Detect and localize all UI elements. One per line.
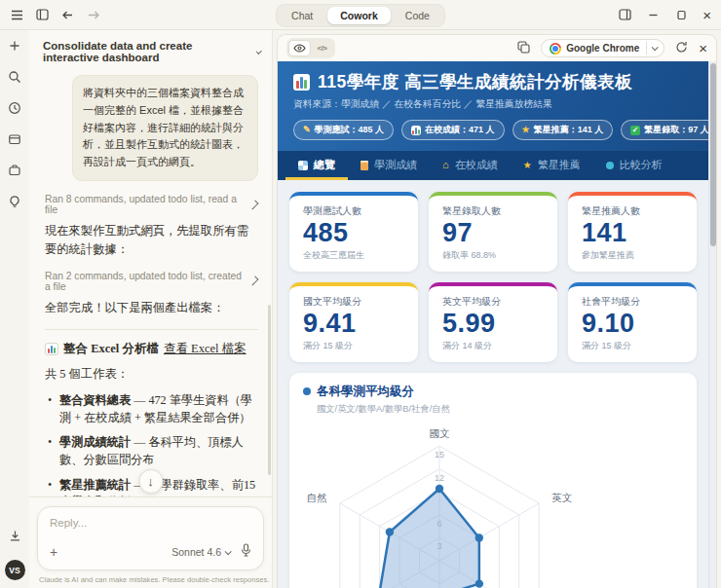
chevron-right-icon xyxy=(249,200,259,209)
stat-card-exam: 學測應試人數 485 全校高三應屆生 xyxy=(289,192,418,272)
preview-eye-icon[interactable] xyxy=(288,40,311,56)
summary-pills: ✎學測應試：485 人 在校成績：471 人 ★繁星推薦：141 人 ✓繁星錄取… xyxy=(293,120,693,140)
reply-input[interactable]: Reply... xyxy=(50,517,251,529)
forward-arrow-icon[interactable] xyxy=(86,8,99,21)
pill-admit-count: ✓繁星錄取：97 人 ( 68.8% ) xyxy=(621,120,716,140)
chat-messages[interactable]: 將資料夾中的三個檔案資料整合成一個完整的 Excel 檔，並根據整合好檔案內容，… xyxy=(29,67,272,496)
pill-divider xyxy=(646,42,647,55)
browser-selector[interactable]: Google Chrome xyxy=(541,39,664,57)
message-divider xyxy=(45,329,258,330)
tab-cowork[interactable]: Cowork xyxy=(327,7,391,24)
worksheets-intro: 共 5 個工作表： xyxy=(45,365,258,383)
svg-text:15: 15 xyxy=(435,450,444,459)
tool-call-text: Ran 8 commands, updated todo list, read … xyxy=(45,194,245,215)
browser-name: Google Chrome xyxy=(566,43,639,54)
excel-chart-icon xyxy=(45,343,58,355)
panel-right-icon[interactable] xyxy=(618,8,631,21)
dash-tab-compare[interactable]: 比較分析 xyxy=(593,151,675,180)
copy-page-icon[interactable] xyxy=(517,40,530,57)
composer-area: Reply... + Sonnet 4.6 Claude is AI and c… xyxy=(29,496,272,588)
dash-tab-overview[interactable]: 總覽 xyxy=(285,151,348,180)
minimize-icon[interactable] xyxy=(646,8,660,21)
stat-card-social: 社會平均級分 9.10 滿分 15 級分 xyxy=(568,282,697,362)
model-name: Sonnet 4.6 xyxy=(171,546,221,558)
chevron-down-icon xyxy=(225,548,232,555)
svg-text:國文: 國文 xyxy=(430,427,450,439)
document-icon xyxy=(360,161,368,170)
conversation-title: Consolidate data and create interactive … xyxy=(43,40,250,63)
worksheet-bullet: 學測成績統計 — 各科平均、頂標人數、分數區間分布 xyxy=(45,434,258,468)
microphone-icon[interactable] xyxy=(241,543,251,561)
history-icon[interactable] xyxy=(8,101,21,119)
chat-panel: Consolidate data and create interactive … xyxy=(29,30,273,588)
dashboard-tabs: 總覽 學測成績 ⌂在校成績 ★繁星推薦 比較分析 xyxy=(278,151,708,180)
sidebar-toggle-icon[interactable] xyxy=(35,8,49,21)
attach-button[interactable]: + xyxy=(50,545,57,559)
stat-card-admit: 繁星錄取人數 97 錄取率 68.8% xyxy=(429,192,557,272)
back-arrow-icon[interactable] xyxy=(60,8,74,21)
new-chat-icon[interactable] xyxy=(8,39,21,56)
dashboard-page: 115學年度 高三學生成績統計分析儀表板 資料來源：學測成績 ／ 在校各科百分比… xyxy=(278,61,708,588)
chat-scrollbar[interactable] xyxy=(268,305,271,475)
assistant-message: 全部完成！以下是兩個產出檔案： xyxy=(45,299,258,316)
ai-disclaimer: Claude is AI and can make mistakes. Plea… xyxy=(37,570,264,588)
menu-icon[interactable] xyxy=(10,8,23,21)
browser-toolbar: </> Google Chrome × xyxy=(278,35,716,61)
close-preview-icon[interactable]: × xyxy=(699,41,707,55)
school-icon: ⌂ xyxy=(442,160,449,170)
svg-text:英文: 英文 xyxy=(551,492,572,503)
scroll-to-bottom-button[interactable]: ↓ xyxy=(138,469,163,494)
radar-chart-card: 各科學測平均級分 國文/英文/數學A/數學B/社會/自然 361215國文英文自… xyxy=(289,373,697,588)
icon-rail: VS xyxy=(0,30,29,588)
download-icon[interactable] xyxy=(9,529,21,546)
stat-card-star: 繁星推薦人數 141 參加繁星推薦 xyxy=(568,192,697,272)
dash-tab-gsat[interactable]: 學測成績 xyxy=(348,151,430,180)
tool-call-summary[interactable]: Ran 8 commands, updated todo list, read … xyxy=(45,194,258,215)
svg-text:12: 12 xyxy=(435,472,444,482)
window-titlebar: Chat Cowork Code × xyxy=(0,0,721,30)
cowork-icon[interactable] xyxy=(8,164,21,181)
browser-card: </> Google Chrome × xyxy=(277,34,717,588)
user-message: 將資料夾中的三個檔案資料整合成一個完整的 Excel 檔，並根據整合好檔案內容，… xyxy=(72,75,258,181)
dashboard-title-icon xyxy=(293,74,310,91)
excel-file-heading: 整合 Excel 分析檔 查看 Excel 檔案 xyxy=(45,341,258,357)
dashboard-scrollbar-track[interactable] xyxy=(708,61,716,588)
assistant-message: 現在來製作互動式網頁，先提取所有需要的統計數據： xyxy=(45,222,258,258)
dash-tab-school[interactable]: ⌂在校成績 xyxy=(430,151,511,180)
svg-text:自然: 自然 xyxy=(307,492,327,503)
pill-star-count: ★繁星推薦：141 人 xyxy=(512,120,614,140)
search-icon[interactable] xyxy=(8,70,21,88)
mode-tabs: Chat Cowork Code xyxy=(276,4,445,27)
view-toggle: </> xyxy=(286,38,335,58)
refresh-icon[interactable] xyxy=(675,40,688,57)
dashboard-scrollbar-thumb[interactable] xyxy=(710,63,716,246)
reply-composer[interactable]: Reply... + Sonnet 4.6 xyxy=(37,506,264,570)
tool-call-summary[interactable]: Ran 2 commands, updated todo list, creat… xyxy=(45,271,258,292)
close-window-icon[interactable]: × xyxy=(702,8,711,22)
stat-card-english: 英文平均級分 5.99 滿分 14 級分 xyxy=(429,282,557,362)
dashboard-header: 115學年度 高三學生成績統計分析儀表板 資料來源：學測成績 ／ 在校各科百分比… xyxy=(278,61,708,151)
dot-icon xyxy=(606,162,614,169)
chevron-right-icon xyxy=(249,276,259,286)
preview-panel: </> Google Chrome × xyxy=(273,30,721,588)
view-excel-link[interactable]: 查看 Excel 檔案 xyxy=(164,341,247,357)
bullet-term: 整合資料總表 xyxy=(59,393,131,407)
user-avatar[interactable]: VS xyxy=(5,560,25,580)
tab-code[interactable]: Code xyxy=(393,7,442,24)
model-selector[interactable]: Sonnet 4.6 xyxy=(171,546,230,558)
chart-title: 各科學測平均級分 xyxy=(317,384,414,400)
chrome-logo-icon xyxy=(550,43,561,55)
bar-chart-icon xyxy=(411,126,421,135)
code-view-icon[interactable]: </> xyxy=(311,40,333,56)
excel-file-title: 整合 Excel 分析檔 xyxy=(63,341,159,357)
star-icon: ★ xyxy=(522,126,530,134)
conversation-header[interactable]: Consolidate data and create interactive … xyxy=(29,30,272,67)
stat-card-grid: 學測應試人數 485 全校高三應屆生 繁星錄取人數 97 錄取率 68.8% 繁… xyxy=(289,192,697,362)
tab-chat[interactable]: Chat xyxy=(279,7,325,24)
ideas-icon[interactable] xyxy=(8,195,21,212)
pill-exam-count: ✎學測應試：485 人 xyxy=(293,120,394,140)
dash-tab-star[interactable]: ★繁星推薦 xyxy=(511,151,593,180)
bullet-term: 學測成績統計 xyxy=(59,435,131,449)
projects-icon[interactable] xyxy=(8,132,21,150)
maximize-icon[interactable] xyxy=(674,8,688,21)
